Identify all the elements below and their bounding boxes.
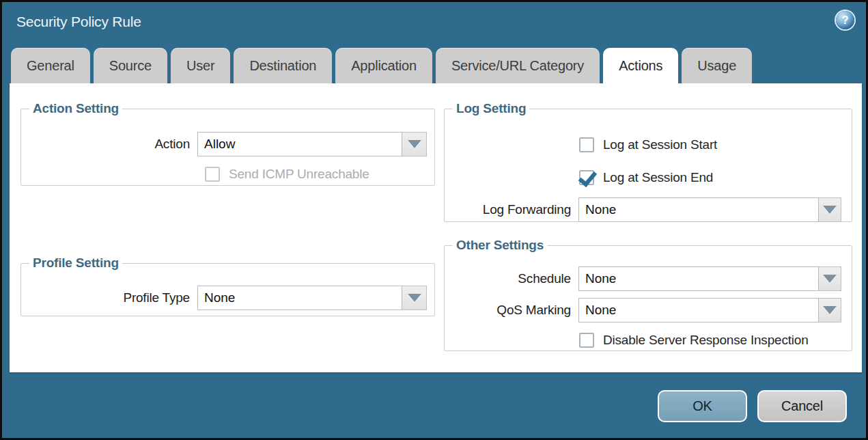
tab-label: Source <box>109 58 152 74</box>
log-at-session-end-label: Log at Session End <box>603 170 713 185</box>
tab-general[interactable]: General <box>11 48 90 83</box>
log-at-session-start-checkbox[interactable] <box>579 137 594 152</box>
ok-button[interactable]: OK <box>658 390 747 422</box>
send-icmp-unreachable-label: Send ICMP Unreachable <box>229 167 369 182</box>
help-icon[interactable]: ? <box>836 11 854 29</box>
tab-label: User <box>186 58 214 74</box>
schedule-select[interactable] <box>578 266 819 291</box>
chevron-down-icon <box>823 306 837 314</box>
chevron-down-icon <box>408 294 421 302</box>
qos-marking-dropdown-button[interactable] <box>819 298 841 322</box>
tab-label: Application <box>351 58 417 74</box>
log-setting-legend: Log Setting <box>453 101 529 116</box>
log-forwarding-dropdown-button[interactable] <box>819 197 841 222</box>
tab-user[interactable]: User <box>171 48 230 83</box>
tab-actions[interactable]: Actions <box>603 48 678 83</box>
action-label: Action <box>21 137 197 152</box>
log-forwarding-label: Log Forwarding <box>445 202 578 217</box>
log-at-session-end-checkbox[interactable] <box>579 170 594 185</box>
other-settings-legend: Other Settings <box>453 238 547 253</box>
profile-setting-group: Profile Setting Profile Type <box>20 256 435 316</box>
profile-type-label: Profile Type <box>21 290 197 305</box>
dialog-titlebar: Security Policy Rule ? <box>2 2 866 46</box>
other-settings-group: Other Settings Schedule QoS Marking Disa… <box>444 238 852 351</box>
tab-label: General <box>27 58 74 74</box>
tab-label: Destination <box>249 58 316 74</box>
chevron-down-icon <box>408 140 421 148</box>
disable-server-response-inspection-checkbox[interactable] <box>579 333 594 348</box>
profile-setting-legend: Profile Setting <box>29 256 122 271</box>
action-setting-group: Action Setting Action Send ICMP Unreacha… <box>20 101 435 186</box>
profile-type-dropdown-button[interactable] <box>402 286 427 310</box>
actions-tab-panel: Action Setting Action Send ICMP Unreacha… <box>10 83 862 372</box>
qos-marking-select[interactable] <box>578 298 819 322</box>
tab-bar: General Source User Destination Applicat… <box>11 48 752 83</box>
tab-destination[interactable]: Destination <box>234 48 332 83</box>
tab-source[interactable]: Source <box>94 48 167 83</box>
schedule-label: Schedule <box>445 271 578 286</box>
tab-label: Actions <box>619 58 662 74</box>
cancel-button[interactable]: Cancel <box>757 390 847 422</box>
action-setting-legend: Action Setting <box>29 101 122 116</box>
disable-server-response-inspection-label: Disable Server Response Inspection <box>603 333 809 348</box>
schedule-dropdown-button[interactable] <box>819 266 841 291</box>
tab-service-url-category[interactable]: Service/URL Category <box>436 48 600 83</box>
tab-label: Service/URL Category <box>451 58 584 74</box>
action-select[interactable] <box>197 132 402 156</box>
send-icmp-unreachable-checkbox[interactable] <box>205 167 220 182</box>
log-at-session-start-label: Log at Session Start <box>603 137 717 152</box>
chevron-down-icon <box>823 275 837 283</box>
log-forwarding-select[interactable] <box>578 197 819 222</box>
action-dropdown-button[interactable] <box>402 132 427 156</box>
log-setting-group: Log Setting Log at Session Start Log at … <box>444 101 852 222</box>
profile-type-select[interactable] <box>197 286 402 310</box>
dialog-title: Security Policy Rule <box>16 14 141 30</box>
tab-usage[interactable]: Usage <box>682 48 752 83</box>
qos-marking-label: QoS Marking <box>445 303 578 318</box>
security-policy-rule-dialog: Security Policy Rule ? General Source Us… <box>0 0 868 440</box>
chevron-down-icon <box>823 206 837 214</box>
tab-application[interactable]: Application <box>335 48 432 83</box>
tab-label: Usage <box>697 58 736 74</box>
